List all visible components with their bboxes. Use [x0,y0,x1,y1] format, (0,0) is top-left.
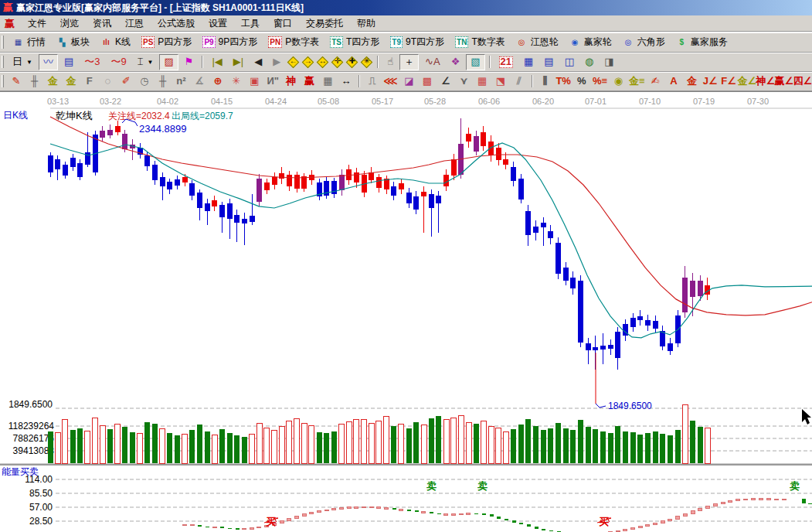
menu-item-6[interactable]: 工具 [234,16,267,30]
zoom-out-button[interactable]: ✚ [345,56,358,69]
sectors-button[interactable]: ▚板块 [52,34,94,50]
chart-area[interactable]: 03-1303-2204-0204-1504-2405-0805-1705-28… [0,91,812,532]
column-tool[interactable]: ⫼ [537,73,554,89]
wave3-button[interactable]: 〜3 [80,54,104,70]
zoom-curve-button[interactable]: ∿A [420,54,445,70]
web-box-tool[interactable]: ▣ [246,73,263,89]
win-angle-tool[interactable]: 赢∠ [776,73,793,89]
chart-canvas[interactable]: 03-1303-2204-0204-1504-2405-0805-1705-28… [0,92,812,532]
price-lines-tool[interactable]: ╫ [155,73,172,89]
p-square-button[interactable]: PSP四方形 [137,34,196,50]
time-cycle-tool[interactable]: ◷ [136,73,153,89]
notes-button[interactable]: ▤ [539,54,558,70]
marker-brush-tool[interactable]: ✍ [647,73,664,89]
color-analysis-button[interactable]: ⚑ [180,54,199,70]
toolbar-grip[interactable] [2,75,4,88]
box-cycle-tool[interactable]: ⎍ [364,73,381,89]
spiral-tool[interactable]: ◌ [100,73,117,89]
gold-lines2-tool[interactable]: 金 [63,73,80,89]
gann-circle-tool[interactable]: ⊕ [209,73,226,89]
red-grid-tool[interactable]: ▦ [474,73,491,89]
f-lines-tool[interactable]: F [81,73,98,89]
menu-item-3[interactable]: 江恩 [118,16,151,30]
prev-button[interactable]: ◀ [250,54,267,70]
nine-p-square-button[interactable]: P99P四方形 [198,34,262,50]
save-button[interactable]: ◫ [560,54,579,70]
candle-style-button[interactable]: ⌶▼ [133,54,158,70]
winner-service-button[interactable]: $赢家服务 [671,34,732,50]
calendar-button[interactable]: 21 [494,54,518,70]
shen-tool[interactable]: 神 [283,73,300,89]
trend-angle-tool[interactable]: ∠ [437,73,454,89]
toolbar-grip[interactable] [2,56,4,69]
menu-item-9[interactable]: 帮助 [350,16,382,30]
info-doc-button[interactable]: ▤ [59,54,78,70]
purple-tool-button[interactable]: ❖ [447,54,465,70]
zoom-right-button[interactable]: → [301,56,314,69]
nine-t-square-button[interactable]: T99T四方形 [386,34,449,50]
fan-lines-tool[interactable]: ⋘ [382,73,399,89]
print-button[interactable]: ◨ [600,54,618,70]
p-number-table-button[interactable]: PNP数字表 [263,34,324,50]
angle-a-tool[interactable]: ∡ [191,73,208,89]
shen-angle-tool[interactable]: 神∠ [757,73,774,89]
zoom-in-button[interactable]: ✛ [331,56,344,69]
kline-button[interactable]: ılıK线 [96,34,135,50]
zoom-left-button[interactable]: ← [287,56,300,69]
next-button[interactable]: ▶ [268,54,285,70]
percent-tool[interactable]: % [573,73,590,89]
t-square-button[interactable]: TST四方形 [325,34,384,50]
title-bar[interactable]: 赢 赢家江恩专业版[赢家内部服务平台] - [上证指数 SH1A0001-111… [0,0,812,15]
winner-wheel-button[interactable]: ◉赢家轮 [565,34,617,50]
web-tool[interactable]: ✳ [228,73,245,89]
wave9-button[interactable]: 〜9 [106,54,131,70]
grid123-tool[interactable]: ▦ [319,73,336,89]
tpercent-tool[interactable]: T% [555,73,572,89]
hand-tool-button[interactable]: ☝ [382,54,398,70]
pattern-window-button[interactable]: 〰 [39,54,58,70]
period-day-button[interactable]: 日▼ [8,54,37,70]
wave-mark-tool[interactable]: И" [264,73,281,89]
zoom-all-button[interactable]: ✳ [360,56,373,69]
go-first-button[interactable]: |◀ [207,54,226,70]
parallel-lines-tool[interactable]: ⫽ [511,73,528,89]
percent-lines-tool[interactable]: %≡ [592,73,609,89]
hexagon-button[interactable]: ◎六角形 [618,34,670,50]
web-square-tool[interactable]: ▩ [419,73,436,89]
a-lines-tool[interactable]: A [665,73,682,89]
pattern-red-button[interactable]: ▨ [159,54,178,70]
brush-tool[interactable]: ✐ [117,73,134,89]
menu-item-2[interactable]: 资讯 [86,16,118,30]
gann-wheel-button[interactable]: ◎江恩轮 [511,34,563,50]
crosshair-button[interactable]: ＋ [399,54,419,70]
menu-item-0[interactable]: 文件 [21,16,53,30]
fan-box-tool[interactable]: ◪ [400,73,417,89]
menu-item-7[interactable]: 窗口 [267,16,299,30]
vee-lines-tool[interactable]: ⋎ [456,73,473,89]
gold-circle-tool[interactable]: ◉ [610,73,627,89]
t-number-table-button[interactable]: TNT数字表 [450,34,510,50]
toolbar-grip[interactable] [2,36,4,49]
menu-item-4[interactable]: 公式选股 [151,16,202,30]
f-angle-tool[interactable]: F∠ [720,73,737,89]
four-angle-tool[interactable]: 四∠ [794,73,811,89]
menu-item-5[interactable]: 设置 [202,16,234,30]
quotes-button[interactable]: ▦行情 [8,34,50,50]
menu-item-1[interactable]: 浏览 [53,16,86,30]
hrange-tool[interactable]: ↔ [338,73,355,89]
gold-lines-tool[interactable]: 金 [44,73,61,89]
grid-lines-tool[interactable]: ╫ [26,73,43,89]
grid-arrow-tool[interactable]: ⬔ [492,73,509,89]
menu-item-8[interactable]: 交易委托 [299,16,350,30]
win-tool[interactable]: 赢 [301,73,318,89]
region-tool-button[interactable]: ▧ [466,54,484,70]
zoom-h-button[interactable]: ↔ [316,56,329,69]
web-button[interactable]: ◍ [580,54,598,70]
square-n-tool[interactable]: n² [173,73,190,89]
pencil-tool[interactable]: ✎ [8,73,25,89]
gold-levels-tool[interactable]: 金≡ [628,73,645,89]
go-last-button[interactable]: ▶| [229,54,248,70]
gold-angle-tool[interactable]: 金∠ [739,73,756,89]
gold-red-tool[interactable]: 金 [684,73,701,89]
calculator-button[interactable]: ▦ [519,54,538,70]
